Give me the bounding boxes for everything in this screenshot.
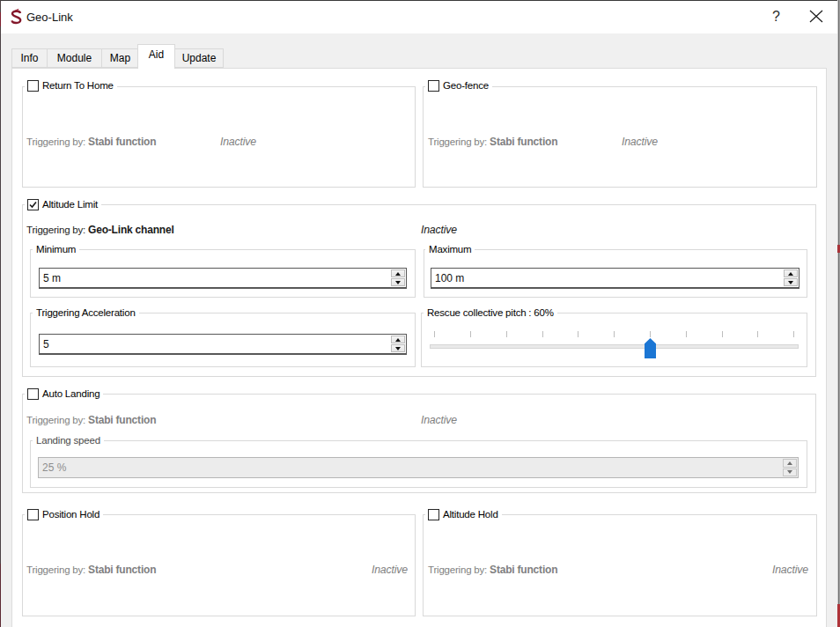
svg-text:?: ? — [772, 9, 780, 24]
